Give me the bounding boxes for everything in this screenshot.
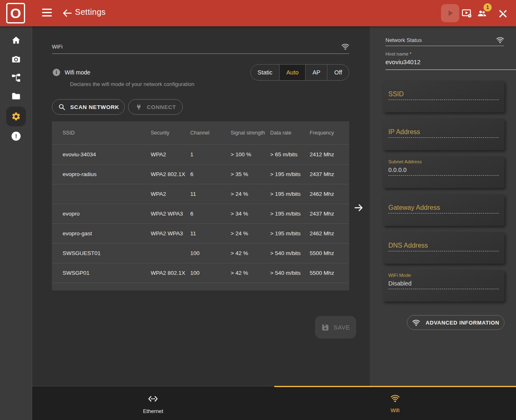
network-table-head: SSIDSecurityChannelSignal strengthData r… <box>52 121 349 144</box>
scan-network-button[interactable]: SCAN NETWORK <box>52 99 125 115</box>
table-cell: > 24 % <box>231 230 270 237</box>
field-label: WiFi Mode <box>388 273 411 278</box>
status-field-card-ip-address: IP Address <box>383 118 504 150</box>
status-fields: SSIDIP AddressSubnet Address0.0.0.0Gatew… <box>383 81 504 308</box>
wifi-mode-option-auto[interactable]: Auto <box>279 65 305 80</box>
table-cell: 6 <box>190 211 231 217</box>
app-logo: O <box>6 3 25 23</box>
table-cell: WPA2 <box>151 191 190 197</box>
table-row[interactable]: evoviu-34034WPA21> 100 %> 65 m/bits2412 … <box>52 144 349 164</box>
table-cell: 11 <box>190 230 231 237</box>
table-cell: 1 <box>190 151 231 158</box>
table-cell: WPA2 802.1X <box>151 270 190 276</box>
back-arrow-icon[interactable] <box>62 8 72 19</box>
table-cell: evoviu-34034 <box>63 151 151 158</box>
folder-icon <box>11 91 21 101</box>
table-cell: 100 <box>190 250 231 256</box>
field-value: Disabled <box>388 280 411 287</box>
table-cell: 2412 Mhz <box>310 151 349 158</box>
wifi-icon <box>341 42 350 51</box>
sidebar-item-settings[interactable] <box>6 107 26 126</box>
sidebar-item-alerts[interactable]: ! <box>6 126 26 146</box>
table-cell: > 195 m/bits <box>270 171 310 177</box>
table-cell: > 42 % <box>231 270 270 276</box>
field-underline <box>388 175 499 176</box>
table-pagination-clipped <box>52 283 349 290</box>
table-cell: > 24 % <box>231 191 270 197</box>
table-cell: 6 <box>190 171 231 177</box>
field-label: Subnet Address <box>388 159 422 164</box>
field-label: Gateway Address <box>388 204 440 211</box>
search-icon <box>58 103 66 111</box>
status-field-card-subnet-address: Subnet Address0.0.0.0 <box>383 156 504 188</box>
tab-wifi[interactable]: Wifi <box>274 386 516 420</box>
camera-icon <box>11 54 21 64</box>
status-field-card-dns-address: DNS Address <box>383 232 504 264</box>
table-cell: WPA2 WPA3 <box>151 230 190 237</box>
page-title: Settings <box>75 7 106 17</box>
settings-gear-icon <box>11 111 21 121</box>
section-title: WiFi <box>52 44 63 50</box>
exclamation-icon: ! <box>12 132 21 141</box>
table-cell: WPA2 <box>151 151 190 158</box>
status-panel-title: Network Status <box>385 37 422 43</box>
home-icon <box>11 35 21 45</box>
table-cell: WPA2 802.1X <box>151 171 190 177</box>
play-icon <box>445 8 455 19</box>
field-underline <box>388 137 499 138</box>
table-cell: evopro-gast <box>63 230 151 237</box>
plug-icon <box>135 103 142 111</box>
wifi-mode-option-ap[interactable]: AP <box>305 65 327 80</box>
wifi-icon <box>496 36 504 44</box>
table-row[interactable]: evopro-gastWPA2 WPA311> 24 %> 195 m/bits… <box>52 223 349 243</box>
sidebar-nav: ! <box>0 26 32 420</box>
device-tree-icon <box>11 73 21 83</box>
wifi-mode-option-off[interactable]: Off <box>327 65 349 80</box>
table-row[interactable]: evopro-radiusWPA2 802.1X6> 35 %> 195 m/b… <box>52 164 349 184</box>
table-cell: > 195 m/bits <box>270 191 310 197</box>
advanced-information-button[interactable]: ADVANCED INFORMATION <box>407 315 504 330</box>
table-cell: > 540 m/bits <box>270 250 310 256</box>
table-cell: 100 <box>190 270 231 276</box>
sidebar-item-device-tree[interactable] <box>6 68 26 88</box>
close-icon[interactable] <box>497 8 508 19</box>
sidebar-item-home[interactable] <box>6 30 26 50</box>
ethernet-icon <box>147 393 159 404</box>
connect-button[interactable]: CONNECT <box>128 99 183 115</box>
table-cell: SWSGUEST01 <box>63 250 151 256</box>
host-name-underline <box>385 70 516 70</box>
screen-share-settings-icon[interactable] <box>461 8 472 19</box>
field-underline <box>388 289 499 289</box>
field-underline <box>388 251 499 251</box>
info-icon: i <box>53 69 60 76</box>
app-window: O Settings 1 <box>0 0 516 420</box>
notification-badge: 1 <box>483 3 492 12</box>
play-button[interactable] <box>441 4 459 22</box>
sidebar-item-files[interactable] <box>6 86 26 106</box>
table-row[interactable]: evoproWPA2 WPA36> 34 %> 195 m/bits2437 M… <box>52 204 349 223</box>
wifi-settings-panel: WiFi i Wifi mode Declares the wifi mode … <box>33 26 370 386</box>
expand-panel-arrow-icon[interactable] <box>353 202 364 213</box>
active-tab-indicator <box>274 386 516 387</box>
table-cell: WPA2 WPA3 <box>151 211 190 217</box>
network-table-body: evoviu-34034WPA21> 100 %> 65 m/bits2412 … <box>52 144 349 283</box>
table-cell: 2462 Mhz <box>310 230 349 237</box>
table-cell: > 35 % <box>231 171 270 177</box>
save-button[interactable]: SAVE <box>315 316 356 339</box>
wifi-mode-option-static[interactable]: Static <box>251 65 279 80</box>
table-cell: > 42 % <box>231 250 270 256</box>
table-cell: SWSGP01 <box>63 270 151 276</box>
table-row[interactable]: SWSGUEST01100> 42 %> 540 m/bits5500 Mhz <box>52 243 349 263</box>
table-row[interactable]: WPA211> 24 %> 195 m/bits2462 Mhz <box>52 184 349 204</box>
wifi-mode-label: Wifi mode <box>65 69 90 76</box>
menu-icon[interactable] <box>42 9 52 18</box>
sidebar-item-camera[interactable] <box>6 49 26 69</box>
table-cell: evopro <box>63 211 151 217</box>
field-label: IP Address <box>388 128 420 136</box>
host-name-field[interactable]: evoviu34012 <box>385 58 420 65</box>
table-header-cell: Data rate <box>270 130 310 136</box>
table-row[interactable]: SWSGP01WPA2 802.1X100> 42 %> 540 m/bits5… <box>52 263 349 283</box>
tab-ethernet[interactable]: Ethernet <box>32 386 274 420</box>
table-cell: 11 <box>190 191 231 197</box>
wifi-icon <box>390 393 400 404</box>
